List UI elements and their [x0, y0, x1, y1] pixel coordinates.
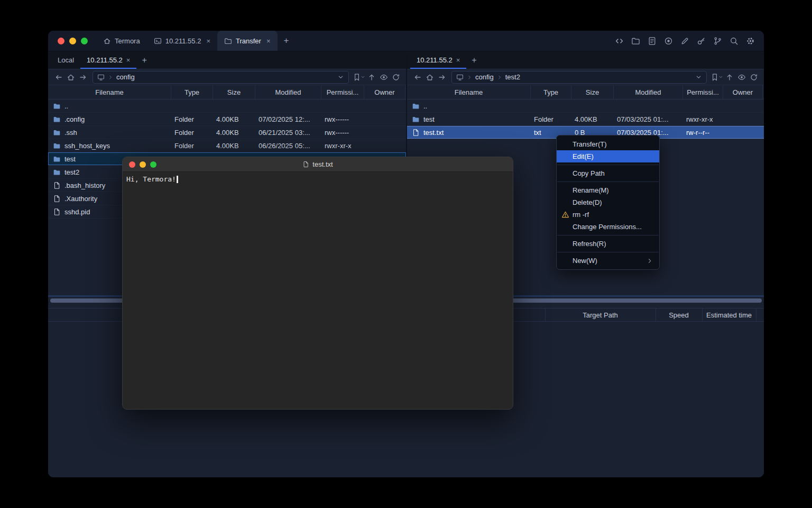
column-header-permissions[interactable]: Permissi...	[683, 85, 723, 99]
editor-text: Hi, Termora!	[126, 175, 176, 183]
upload-button[interactable]	[723, 71, 735, 83]
path-field[interactable]: config test2	[451, 71, 707, 84]
chevron-down-icon[interactable]	[337, 74, 344, 80]
menu-item-rm-rf[interactable]: rm -rf	[557, 208, 659, 221]
back-button[interactable]	[411, 71, 423, 83]
queue-column-speed[interactable]: Speed	[656, 309, 702, 321]
path-segment[interactable]: test2	[505, 73, 520, 81]
refresh-button[interactable]	[748, 71, 760, 83]
new-panel-tab-button[interactable]: +	[136, 51, 152, 69]
file-row[interactable]: ..	[407, 99, 764, 113]
home-button[interactable]	[423, 71, 436, 83]
column-header-filename[interactable]: Filename	[407, 85, 531, 99]
filename-cell: .ssh	[48, 126, 171, 139]
close-window-button[interactable]	[129, 161, 135, 168]
modified-cell	[614, 99, 683, 112]
tab-right-host[interactable]: 10.211.55.2 ×	[410, 51, 466, 69]
column-header-owner[interactable]: Owner	[364, 85, 405, 99]
zoom-window-button[interactable]	[150, 161, 156, 168]
filename-cell: test.txt	[407, 126, 531, 139]
chevron-down-icon[interactable]	[695, 74, 702, 80]
queue-column-target-path[interactable]: Target Path	[545, 309, 656, 321]
type-cell: Folder	[171, 139, 213, 152]
column-header-size[interactable]: Size	[571, 85, 614, 99]
record-icon[interactable]	[662, 35, 674, 47]
pencil-icon[interactable]	[679, 35, 690, 47]
zoom-window-button[interactable]	[81, 38, 88, 44]
file-row[interactable]: .config Folder 4.00KB 07/02/2025 12:... …	[48, 113, 406, 126]
new-panel-tab-button[interactable]: +	[466, 51, 482, 69]
tab-left-host[interactable]: 10.211.55.2 ×	[80, 51, 136, 69]
bookmark-button[interactable]	[710, 71, 723, 83]
column-header-type[interactable]: Type	[171, 85, 213, 99]
tab-label: Transfer	[236, 37, 261, 45]
permissions-cell: rwxr-xr-x	[321, 139, 364, 152]
close-icon[interactable]: ×	[206, 37, 210, 45]
column-header-modified[interactable]: Modified	[255, 85, 321, 99]
menu-item-transfer[interactable]: Transfer(T)	[557, 138, 659, 150]
file-list: .. test Folder 4.00KB 07/03/2025 01:... …	[407, 99, 764, 139]
minimize-window-button[interactable]	[69, 38, 76, 44]
close-icon[interactable]: ×	[126, 56, 131, 64]
menu-item-copy-path[interactable]: Copy Path	[557, 167, 659, 179]
folder-icon	[412, 115, 420, 123]
file-row[interactable]: test Folder 4.00KB 07/03/2025 01:... rwx…	[407, 113, 764, 126]
column-header-owner[interactable]: Owner	[723, 85, 763, 99]
computer-icon	[456, 74, 464, 81]
path-segment[interactable]: config	[116, 73, 135, 81]
tab-termora[interactable]: Termora	[96, 31, 147, 51]
menu-item-new[interactable]: New(W)	[557, 255, 659, 267]
column-header-modified[interactable]: Modified	[614, 85, 683, 99]
tab-local[interactable]: Local	[51, 51, 80, 69]
folder-icon[interactable]	[630, 35, 641, 47]
new-tab-button[interactable]: +	[278, 31, 296, 51]
menu-item-change-permissions[interactable]: Change Permissions...	[557, 221, 659, 233]
type-cell	[171, 99, 213, 112]
file-row[interactable]: ..	[48, 99, 406, 113]
column-header-type[interactable]: Type	[531, 85, 571, 99]
file-row[interactable]: .ssh Folder 4.00KB 06/21/2025 03:... rwx…	[48, 126, 406, 139]
settings-icon[interactable]	[744, 35, 756, 47]
column-separator	[756, 309, 756, 321]
path-field[interactable]: config	[93, 71, 349, 84]
tab-host-terminal[interactable]: 10.211.55.2 ×	[147, 31, 217, 51]
bookmark-button[interactable]	[353, 71, 365, 83]
search-icon[interactable]	[728, 35, 740, 47]
branch-icon[interactable]	[712, 35, 723, 47]
path-segment[interactable]: config	[475, 73, 494, 81]
column-header-size[interactable]: Size	[213, 85, 255, 99]
tab-transfer[interactable]: Transfer ×	[217, 31, 278, 51]
menu-item-edit[interactable]: Edit(E)	[557, 150, 659, 162]
chevron-right-icon	[647, 258, 653, 264]
main-tab-bar: Termora 10.211.55.2 × Transfer × +	[96, 31, 295, 51]
editor-title: test.txt	[123, 160, 513, 168]
back-button[interactable]	[52, 71, 64, 83]
home-button[interactable]	[64, 71, 77, 83]
editor-content[interactable]: Hi, Termora!	[123, 172, 513, 186]
key-icon[interactable]	[695, 35, 707, 47]
minimize-window-button[interactable]	[140, 161, 146, 168]
file-row[interactable]: ssh_host_keys Folder 4.00KB 06/26/2025 0…	[48, 139, 406, 152]
titlebar[interactable]: Termora 10.211.55.2 × Transfer × +	[48, 31, 764, 51]
column-header-permissions[interactable]: Permissi...	[321, 85, 364, 99]
menu-item-rename[interactable]: Rename(M)	[557, 184, 659, 196]
close-icon[interactable]: ×	[266, 37, 271, 45]
log-icon[interactable]	[646, 35, 658, 47]
menu-item-delete[interactable]: Delete(D)	[557, 196, 659, 208]
file-table-header: Filename Type Size Modified Permissi... …	[48, 85, 406, 99]
queue-column-estimated-time[interactable]: Estimated time	[702, 309, 756, 321]
close-icon[interactable]: ×	[456, 56, 460, 64]
show-hidden-button[interactable]	[377, 71, 390, 83]
code-icon[interactable]	[613, 35, 625, 47]
upload-button[interactable]	[365, 71, 377, 83]
refresh-button[interactable]	[390, 71, 402, 83]
column-header-filename[interactable]: Filename	[48, 85, 171, 99]
type-cell: Folder	[531, 113, 571, 125]
forward-button[interactable]	[77, 71, 89, 83]
close-window-button[interactable]	[58, 38, 64, 44]
editor-titlebar[interactable]: test.txt	[123, 157, 513, 172]
menu-item-refresh[interactable]: Refresh(R)	[557, 238, 659, 250]
show-hidden-button[interactable]	[735, 71, 748, 83]
titlebar-actions	[613, 31, 756, 51]
forward-button[interactable]	[436, 71, 448, 83]
